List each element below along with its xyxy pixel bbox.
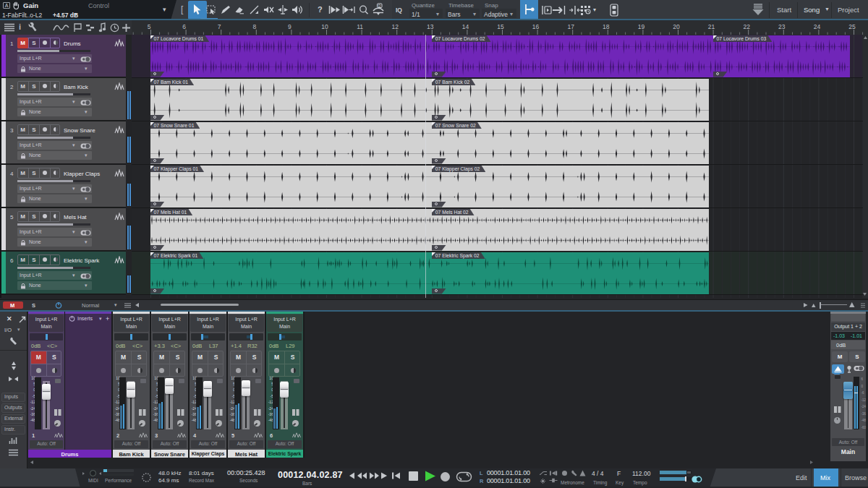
svg-text:8: 8 xyxy=(252,23,256,30)
svg-text:D: D xyxy=(378,4,381,8)
svg-text:20: 20 xyxy=(673,23,680,30)
svg-text:7: 7 xyxy=(218,23,221,30)
svg-text:21: 21 xyxy=(708,23,715,30)
svg-text:13: 13 xyxy=(427,23,434,30)
svg-text:22: 22 xyxy=(743,23,750,30)
svg-text:15: 15 xyxy=(497,23,504,30)
svg-text:19: 19 xyxy=(638,23,645,30)
svg-text:25: 25 xyxy=(848,23,856,30)
svg-text:6: 6 xyxy=(182,23,186,30)
svg-text:18: 18 xyxy=(603,23,610,30)
svg-text:17: 17 xyxy=(567,23,574,30)
svg-text:9: 9 xyxy=(288,23,292,30)
svg-text:24: 24 xyxy=(814,23,821,30)
svg-text:16: 16 xyxy=(532,23,540,30)
svg-text:5: 5 xyxy=(148,23,151,30)
svg-text:14: 14 xyxy=(462,23,469,30)
svg-text:11: 11 xyxy=(357,23,363,30)
svg-text:10: 10 xyxy=(321,23,328,30)
svg-text:12: 12 xyxy=(391,23,399,30)
svg-text:23: 23 xyxy=(778,23,786,30)
